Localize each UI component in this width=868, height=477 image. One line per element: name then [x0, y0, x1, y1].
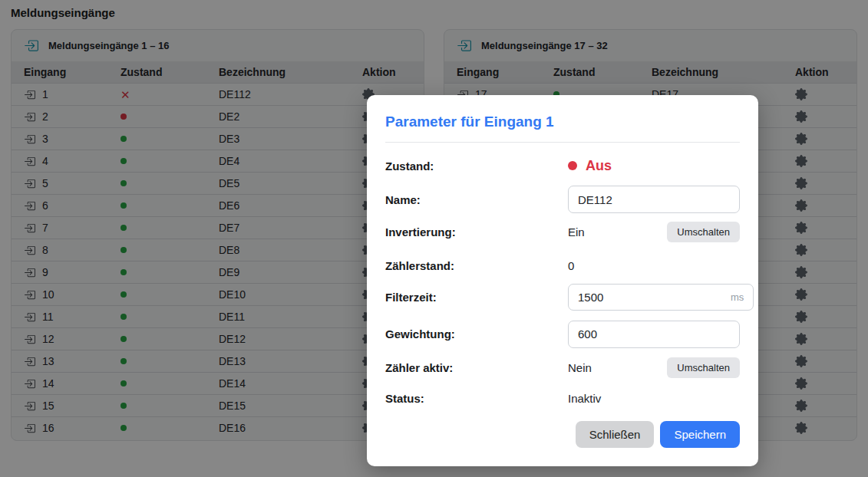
unit-suffix: ms — [731, 291, 744, 303]
invertierung-toggle-button[interactable]: Umschalten — [667, 222, 740, 242]
field-label: Zustand: — [385, 160, 568, 173]
field-row-invertierung: Invertierung: Ein Umschalten — [385, 221, 740, 242]
field-row-zaehlerstand: Zählerstand: 0 — [385, 256, 740, 275]
zaehler-aktiv-toggle-button[interactable]: Umschalten — [667, 357, 740, 378]
field-row-zustand: Zustand: Aus — [385, 155, 740, 176]
invertierung-value: Ein — [568, 225, 585, 238]
field-label: Name: — [385, 193, 568, 206]
field-label: Zähler aktiv: — [385, 361, 568, 374]
dialog-footer: Schließen Speichern — [385, 421, 740, 448]
status-value: Inaktiv — [568, 392, 601, 405]
field-row-filterzeit: Filterzeit: ms — [385, 284, 740, 311]
state-value: Aus — [568, 158, 612, 174]
field-label: Gewichtung: — [385, 327, 568, 340]
field-label: Invertierung: — [385, 225, 568, 238]
dialog-title: Parameter für Eingang 1 — [385, 113, 740, 130]
field-row-name: Name: — [385, 186, 740, 213]
field-row-zaehler-aktiv: Zähler aktiv: Nein Umschalten — [385, 357, 740, 378]
field-row-status: Status: Inaktiv — [385, 389, 740, 407]
filterzeit-input[interactable] — [578, 291, 731, 304]
field-label: Filterzeit: — [385, 291, 568, 304]
gewichtung-input[interactable] — [568, 321, 740, 348]
field-label: Status: — [385, 392, 568, 405]
zaehler-aktiv-value: Nein — [568, 361, 592, 374]
state-text: Aus — [586, 158, 612, 174]
field-label: Zählerstand: — [385, 259, 568, 272]
close-button[interactable]: Schließen — [576, 421, 655, 448]
parameter-dialog: Parameter für Eingang 1 Zustand: Aus Nam… — [367, 95, 758, 466]
name-input[interactable] — [568, 186, 740, 213]
save-button[interactable]: Speichern — [660, 421, 740, 448]
divider — [385, 142, 740, 143]
red-dot-icon — [568, 161, 577, 170]
filterzeit-input-wrap: ms — [568, 284, 754, 311]
zaehlerstand-value: 0 — [568, 259, 574, 272]
field-row-gewichtung: Gewichtung: — [385, 321, 740, 347]
